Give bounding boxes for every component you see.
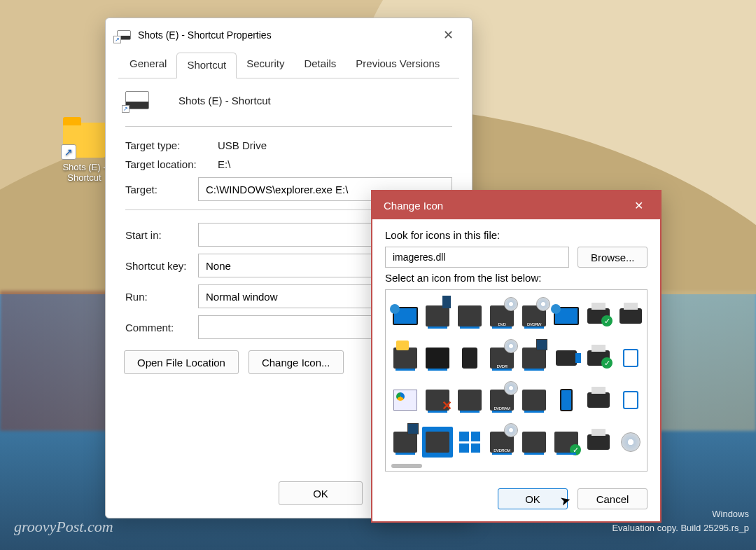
- tab-general[interactable]: General: [120, 52, 176, 78]
- close-icon[interactable]: ✕: [436, 25, 461, 46]
- tabs: General Shortcut Security Details Previo…: [106, 52, 472, 78]
- icon-drive-green[interactable]: [422, 343, 453, 373]
- change-icon-cancel-button[interactable]: Cancel: [578, 488, 648, 509]
- shortcut-arrow-icon: ↗: [61, 144, 76, 160]
- change-icon-title: Change Icon: [384, 200, 443, 212]
- icon-drive-selected[interactable]: [422, 427, 453, 458]
- icon-drive-4[interactable]: [519, 427, 550, 458]
- icon-recycle-bin[interactable]: [615, 343, 646, 373]
- select-icon-label: Select an icon from the list below:: [385, 272, 648, 284]
- target-type-label: Target type:: [125, 139, 209, 151]
- drive-shortcut-icon: ↗: [125, 91, 149, 109]
- icon-recycle-bin-2[interactable]: [615, 385, 646, 415]
- comment-label: Comment:: [125, 322, 190, 334]
- properties-title: Shots (E) - Shortcut Properties: [138, 29, 272, 41]
- icon-printer-2[interactable]: [583, 385, 614, 415]
- tab-security[interactable]: Security: [237, 52, 294, 78]
- watermark-left: groovyPost.com: [14, 518, 113, 536]
- icon-drive-dvdrw[interactable]: DVDRW: [519, 301, 550, 331]
- watermark-right: Windows Evaluation copy. Build 25295.rs_…: [612, 507, 749, 535]
- icon-chip[interactable]: [454, 343, 485, 373]
- icon-monitor-network[interactable]: [390, 301, 421, 331]
- change-icon-titlebar[interactable]: Change Icon ✕: [372, 191, 660, 219]
- tab-shortcut[interactable]: Shortcut: [176, 53, 237, 78]
- icon-drive-3[interactable]: [519, 385, 550, 415]
- icon-printer[interactable]: [615, 301, 646, 331]
- icon-drive[interactable]: [454, 301, 485, 331]
- icon-drive-dvdr[interactable]: DVDR: [486, 343, 517, 373]
- icon-drive-2[interactable]: [454, 385, 485, 415]
- icon-file-input[interactable]: [385, 247, 569, 268]
- icon-control-panel[interactable]: [390, 385, 421, 415]
- icon-list[interactable]: DVDDVDRW✓DVDR✓✕DVDRAMDVDROM✓: [385, 289, 648, 472]
- target-location-label: Target location:: [125, 158, 209, 170]
- target-location-value: E:\: [218, 158, 452, 170]
- properties-titlebar[interactable]: ↗ Shots (E) - Shortcut Properties ✕: [106, 18, 472, 52]
- properties-ok-button[interactable]: OK: [279, 481, 363, 505]
- folder-icon: ↗: [63, 123, 106, 158]
- icon-drive-error[interactable]: ✕: [422, 385, 453, 415]
- icon-drive-dvdram[interactable]: DVDRAM: [486, 385, 517, 415]
- target-label: Target:: [125, 184, 190, 195]
- tab-previous-versions[interactable]: Previous Versions: [346, 52, 449, 78]
- icon-drive-folder[interactable]: [390, 343, 421, 373]
- change-icon-dialog: Change Icon ✕ Look for icons in this fil…: [371, 190, 662, 523]
- change-icon-button[interactable]: Change Icon...: [248, 350, 344, 374]
- open-file-location-button[interactable]: Open File Location: [124, 350, 239, 374]
- start-in-label: Start in:: [125, 229, 190, 241]
- change-icon-ok-button[interactable]: OK: [498, 488, 568, 509]
- icon-drive-floppy-2[interactable]: [390, 427, 421, 458]
- icon-drive-ok[interactable]: ✓: [551, 427, 582, 458]
- close-icon[interactable]: ✕: [629, 196, 649, 215]
- shortcut-name: Shots (E) - Shortcut: [178, 95, 271, 106]
- browse-button[interactable]: Browse...: [578, 247, 648, 268]
- icon-printer-ok-2[interactable]: ✓: [583, 343, 614, 373]
- icon-phone[interactable]: [551, 385, 582, 415]
- icon-windows-apps[interactable]: [454, 427, 485, 458]
- icon-monitor-network-2[interactable]: [551, 301, 582, 331]
- icon-printer-ok[interactable]: ✓: [583, 301, 614, 331]
- shortcut-key-label: Shortcut key:: [125, 260, 190, 272]
- icon-disc[interactable]: [615, 427, 646, 458]
- icon-drive-floppy[interactable]: [519, 343, 550, 373]
- tab-details[interactable]: Details: [294, 52, 346, 78]
- icon-list-scrollbar[interactable]: [391, 464, 641, 468]
- icon-printer-3[interactable]: [583, 427, 614, 458]
- icon-camcorder[interactable]: [551, 343, 582, 373]
- target-type-value: USB Drive: [218, 139, 452, 151]
- look-for-icons-label: Look for icons in this file:: [385, 229, 648, 241]
- icon-drive-dvd[interactable]: DVD: [486, 301, 517, 331]
- run-label: Run:: [125, 291, 190, 303]
- icon-drive-dvdrom[interactable]: DVDROM: [486, 427, 517, 458]
- icon-drive-external[interactable]: [422, 301, 453, 331]
- drive-shortcut-icon: ↗: [117, 30, 131, 40]
